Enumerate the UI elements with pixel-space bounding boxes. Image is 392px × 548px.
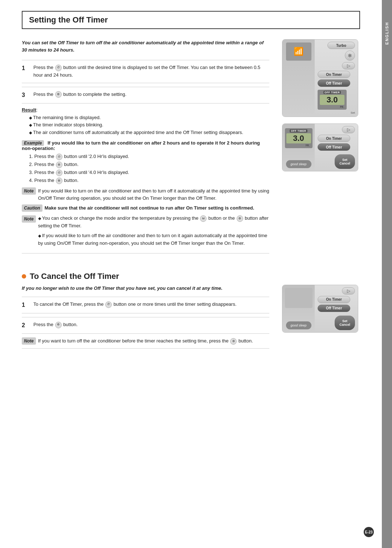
turbo-button[interactable]: Turbo <box>327 42 355 49</box>
note2-tag: Note <box>22 215 36 223</box>
section1-images: 📶 Turbo ❄ ▷ On Timer <box>280 39 360 257</box>
example-block: Example If you would like to turn the ai… <box>22 140 269 184</box>
example-tag: Example <box>22 140 44 146</box>
section1-layout: You can set the Off Timer to turn off th… <box>22 39 360 257</box>
section2-note-tag: Note <box>22 337 36 345</box>
note2-item-1: You can check or change the mode and/or … <box>38 215 269 230</box>
section2-text: If you no longer wish to use the Off Tim… <box>22 285 269 353</box>
caution-tag: Caution <box>22 204 42 212</box>
page-number: E-23 <box>364 527 374 537</box>
remote1-signal: 📶 <box>286 42 311 61</box>
section1-text: You can set the Off Timer to turn off th… <box>22 39 269 257</box>
section2-step2-content: Press the ⚙ button. <box>33 321 269 329</box>
display-label2: OFF TIMER <box>290 129 307 133</box>
off-timer-icon-cancel: ⏱ <box>105 301 112 308</box>
set-icon-ex4: ⚙ <box>56 178 62 184</box>
page: ENGLISH Setting the Off Timer You can se… <box>0 0 392 548</box>
set-icon-note2: ⚙ <box>237 215 243 222</box>
result-item-2: The timer indicator stops blinking. <box>29 121 269 129</box>
set-label1: Set <box>351 111 355 114</box>
result-items: The remaining time is displayed. The tim… <box>22 114 269 137</box>
remote1-left: 📶 <box>282 40 315 117</box>
off-timer-button2[interactable]: Off Timer <box>318 143 350 151</box>
arrow-button1[interactable]: ▷ <box>342 62 355 69</box>
note1-tag: Note <box>22 187 36 195</box>
remote3: good sleep ▷ On Timer Off Timer <box>282 285 358 333</box>
arrow-button2[interactable]: ▷ <box>342 126 355 133</box>
example-step-3: 3. Press the ⏱ button until '4.0 Hr'is d… <box>29 169 269 176</box>
section1-title: Setting the Off Timer <box>29 15 108 24</box>
remote1-right: Turbo ❄ ▷ On Timer Off Timer <box>315 40 358 117</box>
remote1-display: OFF TIMER 3.0 Hr. <box>318 90 347 110</box>
section1-intro: You can set the Off Timer to turn off th… <box>22 39 269 53</box>
step1-content: Press the ⏱ button until the desired tim… <box>33 64 269 79</box>
set-icon-step3: ⚙ <box>55 91 62 98</box>
set-cancel-button2[interactable]: Set Cancel <box>335 154 355 169</box>
result-item-3: The air conditioner turns off automatica… <box>29 129 269 137</box>
orange-dot <box>22 274 26 279</box>
example-steps: 1. Press the ⏱ button until '2.0 Hr'is d… <box>22 153 269 184</box>
off-timer-button1[interactable]: Off Timer <box>318 80 350 87</box>
section2-step2-row: 2 Press the ⚙ button. <box>22 321 269 334</box>
section2-note-text: If you want to turn off the air conditio… <box>38 337 253 345</box>
section2-note-block: Note If you want to turn off the air con… <box>22 337 269 345</box>
section2-intro: If you no longer wish to use the Off Tim… <box>22 285 269 292</box>
step3-num: 3 <box>22 91 30 100</box>
remote2-display: OFF TIMER 3.0 Hr. <box>285 128 313 148</box>
section2-step1-num: 1 <box>22 301 30 309</box>
section2-step1-content: To cancel the Off Timer, press the ⏱ but… <box>33 301 269 308</box>
content: Setting the Off Timer You can set the Of… <box>0 0 392 548</box>
off-timer-icon-step1: ⏱ <box>55 65 62 71</box>
side-tab-label: ENGLISH <box>385 22 389 45</box>
good-sleep-button3[interactable]: good sleep <box>286 321 311 329</box>
section2-layout: If you no longer wish to use the Off Tim… <box>22 285 360 353</box>
section2-title: To Cancel the Off Timer <box>30 272 119 281</box>
caution-text-strong: Make sure that the air conditioner will … <box>45 205 254 211</box>
step1-num: 1 <box>22 64 30 73</box>
off-timer-icon-ex1: ⏱ <box>56 154 62 160</box>
section2-step1-row: 1 To cancel the Off Timer, press the ⏱ b… <box>22 301 269 313</box>
note2-block: Note You can check or change the mode an… <box>22 215 269 249</box>
example-step-1: 1. Press the ⏱ button until '2.0 Hr'is d… <box>29 153 269 161</box>
arrow-button3[interactable]: ▷ <box>342 287 355 295</box>
display-value2: 3.0 <box>286 133 311 143</box>
section1-title-box: Setting the Off Timer <box>22 11 360 29</box>
caution-block: Caution Make sure that the air condition… <box>22 204 269 212</box>
remote1: 📶 Turbo ❄ ▷ On Timer <box>282 39 358 117</box>
remote3-empty <box>285 288 313 308</box>
section2-step2-num: 2 <box>22 321 30 330</box>
section2-title-container: To Cancel the Off Timer <box>22 272 360 281</box>
set-cancel-button3[interactable]: Set Cancel <box>335 316 355 330</box>
off-timer-icon-ex3: ⏱ <box>56 170 62 176</box>
off-timer-button3[interactable]: Off Timer <box>318 305 350 312</box>
step3-row: 3 Press the ⚙ button to complete the set… <box>22 91 269 103</box>
on-timer-button2[interactable]: On Timer <box>318 135 350 142</box>
remote2-right: ▷ On Timer Off Timer Set Cancel <box>315 124 358 171</box>
good-sleep-button2[interactable]: good sleep <box>286 160 311 168</box>
set-cancel-row3: Set Cancel <box>318 315 355 330</box>
on-timer-button1[interactable]: On Timer <box>318 71 350 78</box>
set-cancel-row2: Set Cancel <box>318 154 355 169</box>
note1-block: Note If you would like to turn on the ai… <box>22 187 269 202</box>
set-icon-note-cancel: ⚙ <box>230 338 237 345</box>
mode-icon: M <box>200 215 207 222</box>
section2-images: good sleep ▷ On Timer Off Timer <box>280 285 360 353</box>
step1-row: 1 Press the ⏱ button until the desired t… <box>22 64 269 83</box>
side-tab: ENGLISH <box>382 0 392 548</box>
on-timer-button3[interactable]: On Timer <box>318 296 350 303</box>
step3-content: Press the ⚙ button to complete the setti… <box>33 91 269 98</box>
result-section: Result: The remaining time is displayed.… <box>22 107 269 137</box>
result-item-1: The remaining time is displayed. <box>29 114 269 122</box>
example-title: If you would like to turn the air condit… <box>22 140 260 151</box>
snow-icon-btn: ❄ <box>345 50 355 61</box>
note2-item-2: If you would like to turn off the air co… <box>38 232 269 247</box>
example-step-2: 2. Press the ⚙ button. <box>29 161 269 169</box>
set-icon-cancel: ⚙ <box>55 322 62 328</box>
signal-icon: 📶 <box>294 47 303 56</box>
remote2: OFF TIMER 3.0 Hr. good sleep ▷ <box>282 123 358 171</box>
display-value1: 3.0 <box>320 95 344 105</box>
remote3-left: good sleep <box>282 285 315 332</box>
note1-text: If you would like to turn on the air con… <box>38 187 269 202</box>
remote2-left: OFF TIMER 3.0 Hr. good sleep <box>282 124 315 171</box>
result-label: Result <box>22 107 36 113</box>
